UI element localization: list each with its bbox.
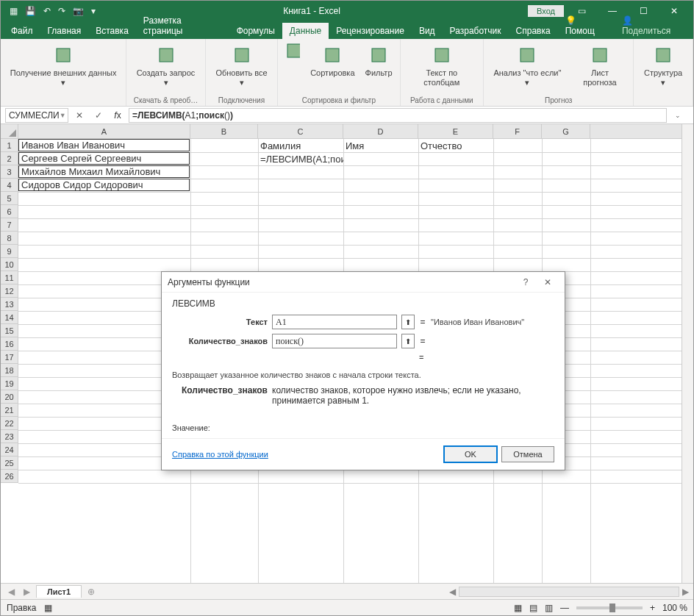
save-icon[interactable]: 💾 — [25, 6, 36, 16]
view-normal-icon[interactable]: ▦ — [514, 603, 522, 613]
zoom-out-button[interactable]: — — [560, 603, 569, 613]
row-header-3[interactable]: 3 — [1, 165, 18, 179]
dialog-help-button[interactable]: ? — [515, 277, 537, 287]
col-header-B[interactable]: B — [190, 124, 258, 138]
cell-C2[interactable]: =ЛЕВСИМВ(А1;поиск()) — [258, 152, 343, 165]
row-header-12[interactable]: 12 — [1, 284, 18, 298]
ribbon-tab-файл[interactable]: Файл — [4, 23, 40, 39]
row-header-26[interactable]: 26 — [1, 470, 18, 483]
formula-input[interactable]: =ЛЕВСИМВ(А1;поиск()) — [129, 108, 667, 123]
share-button[interactable]: 👤 Поделиться — [615, 12, 690, 39]
cell-A4[interactable]: Сидоров Сидор Сидорович — [18, 179, 190, 191]
ribbon-tab-главная[interactable]: Главная — [40, 23, 89, 39]
row-header-8[interactable]: 8 — [1, 232, 18, 245]
cancel-button[interactable]: Отмена — [501, 446, 554, 462]
ribbon-tab-вид[interactable]: Вид — [412, 23, 443, 39]
row-header-10[interactable]: 10 — [1, 258, 18, 271]
dialog-titlebar[interactable]: Аргументы функции ? ✕ — [162, 272, 565, 293]
row-header-23[interactable]: 23 — [1, 430, 18, 443]
zoom-level[interactable]: 100 % — [662, 603, 687, 613]
arg-input[interactable] — [272, 315, 397, 329]
sheet-tab[interactable]: Лист1 — [36, 585, 82, 598]
zoom-in-button[interactable]: + — [650, 603, 655, 613]
ribbon-tab-справка[interactable]: Справка — [509, 23, 558, 39]
row-header-14[interactable]: 14 — [1, 311, 18, 324]
ok-button[interactable]: OK — [444, 446, 497, 462]
horizontal-scrollbar[interactable] — [459, 587, 679, 597]
arg-input[interactable] — [272, 334, 397, 348]
vertical-scrollbar[interactable] — [682, 124, 693, 583]
row-header-20[interactable]: 20 — [1, 390, 18, 404]
undo-icon[interactable]: ↶ — [43, 6, 51, 16]
range-selector-button[interactable]: ⬆ — [401, 315, 415, 329]
row-header-21[interactable]: 21 — [1, 404, 18, 417]
cell-C1[interactable]: Фамилия — [258, 139, 343, 152]
row-header-25[interactable]: 25 — [1, 456, 18, 470]
row-header-22[interactable]: 22 — [1, 417, 18, 430]
view-layout-icon[interactable]: ▤ — [529, 603, 537, 613]
ribbon-button[interactable]: Сортировка — [307, 42, 357, 79]
cell-E1[interactable]: Отчество — [418, 139, 493, 152]
row-header-11[interactable]: 11 — [1, 271, 18, 284]
new-sheet-button[interactable]: ⊕ — [85, 587, 98, 597]
cell-A3[interactable]: Михайлов Михаил Михайлович — [18, 165, 190, 178]
qat-dropdown-icon[interactable]: ▾ — [91, 6, 96, 16]
chevron-down-icon[interactable]: ▼ — [60, 112, 66, 119]
macro-record-icon[interactable]: ▦ — [44, 603, 52, 613]
ribbon-button[interactable]: Текст по столбцам — [405, 42, 479, 88]
row-header-13[interactable]: 13 — [1, 298, 18, 311]
ribbon-button[interactable]: Лист прогноза — [571, 42, 629, 88]
cell-D1[interactable]: Имя — [343, 139, 418, 152]
dialog-close-button[interactable]: ✕ — [537, 277, 559, 287]
cell-A1[interactable]: Иванов Иван Иванович — [18, 139, 190, 151]
ribbon-tab-вставка[interactable]: Вставка — [88, 23, 136, 39]
row-header-6[interactable]: 6 — [1, 205, 18, 218]
ribbon-tab-разработчик[interactable]: Разработчик — [443, 23, 509, 39]
row-header-7[interactable]: 7 — [1, 218, 18, 232]
col-header-F[interactable]: F — [493, 124, 542, 138]
col-header-E[interactable]: E — [418, 124, 493, 138]
sheet-nav-next[interactable]: ▶ — [21, 587, 33, 597]
camera-icon[interactable]: 📷 — [73, 6, 84, 16]
view-pagebreak-icon[interactable]: ▥ — [545, 603, 553, 613]
ribbon-button[interactable]: Структура ▾ — [638, 42, 688, 88]
range-selector-button[interactable]: ⬆ — [401, 334, 415, 348]
row-header-9[interactable]: 9 — [1, 245, 18, 258]
row-header-17[interactable]: 17 — [1, 351, 18, 364]
cancel-formula-button[interactable]: ✕ — [71, 108, 87, 123]
ribbon-button[interactable]: Анализ "что если" ▾ — [488, 42, 567, 88]
zoom-slider[interactable] — [576, 606, 643, 609]
ribbon-button[interactable]: Фильтр — [362, 42, 396, 79]
row-header-15[interactable]: 15 — [1, 324, 18, 337]
col-header-C[interactable]: C — [258, 124, 343, 138]
cell-A2[interactable]: Сергеев Сергей Сергеевич — [18, 152, 190, 165]
hscroll-left-icon[interactable]: ◀ — [449, 587, 456, 597]
ribbon-button[interactable]: Обновить все ▾ — [210, 42, 273, 88]
select-all-button[interactable] — [1, 124, 18, 139]
ribbon-button[interactable] — [282, 42, 303, 60]
col-header-D[interactable]: D — [343, 124, 418, 138]
redo-icon[interactable]: ↷ — [58, 6, 65, 16]
expand-formula-bar-icon[interactable]: ⌄ — [670, 108, 686, 123]
col-header-A[interactable]: A — [18, 124, 190, 138]
row-header-18[interactable]: 18 — [1, 364, 18, 377]
ribbon-tab-формулы[interactable]: Формулы — [229, 23, 282, 39]
function-help-link[interactable]: Справка по этой функции — [172, 450, 268, 459]
tell-me-icon[interactable]: 💡 Помощ — [558, 12, 615, 39]
row-header-5[interactable]: 5 — [1, 192, 18, 205]
fx-button[interactable]: fx — [110, 108, 126, 123]
row-header-2[interactable]: 2 — [1, 152, 18, 165]
ribbon-tab-разметка страницы[interactable]: Разметка страницы — [136, 12, 229, 39]
ribbon-tab-рецензирование[interactable]: Рецензирование — [329, 23, 412, 39]
row-header-19[interactable]: 19 — [1, 377, 18, 390]
row-header-24[interactable]: 24 — [1, 443, 18, 456]
row-header-1[interactable]: 1 — [1, 139, 18, 152]
enter-formula-button[interactable]: ✓ — [90, 108, 107, 123]
ribbon-button[interactable]: Создать запрос ▾ — [131, 42, 201, 88]
row-header-4[interactable]: 4 — [1, 179, 18, 192]
name-box[interactable]: СУММЕСЛИ ▼ — [5, 108, 68, 123]
col-header-G[interactable]: G — [542, 124, 590, 138]
row-header-16[interactable]: 16 — [1, 337, 18, 351]
ribbon-tab-данные[interactable]: Данные — [282, 23, 329, 39]
ribbon-button[interactable]: Получение внешних данных ▾ — [5, 42, 121, 88]
